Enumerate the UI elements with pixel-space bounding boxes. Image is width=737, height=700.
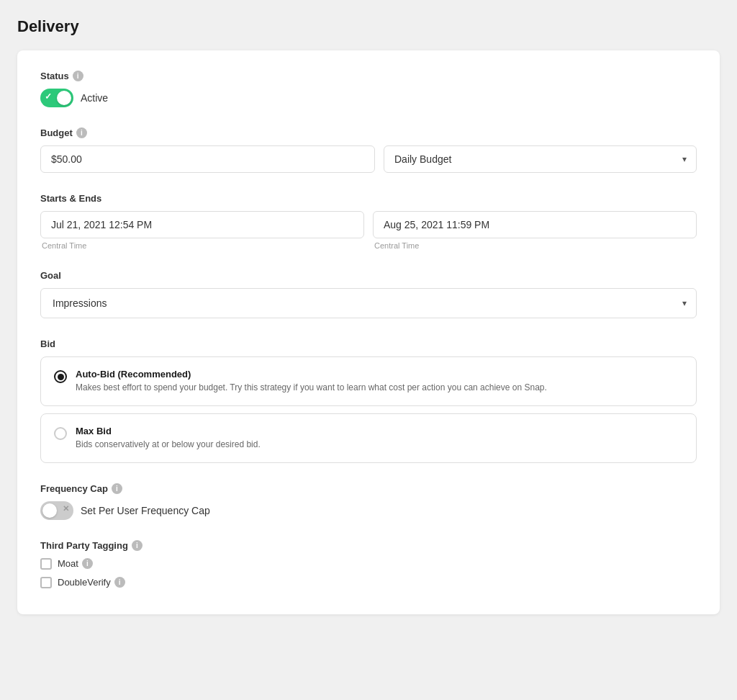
status-toggle-label: Active bbox=[81, 92, 108, 104]
goal-label: Goal bbox=[40, 270, 697, 281]
doubleverify-checkbox-row[interactable]: DoubleVerify i bbox=[40, 577, 697, 588]
goal-select[interactable]: Impressions Swipe Ups Conversions App In… bbox=[40, 288, 697, 318]
bid-auto-radio[interactable] bbox=[54, 370, 67, 383]
delivery-card: Status i Active Budget i Daily Budget Li… bbox=[17, 50, 720, 614]
bid-section: Bid Auto-Bid (Recommended) Makes best ef… bbox=[40, 338, 697, 463]
bid-option-auto[interactable]: Auto-Bid (Recommended) Makes best effort… bbox=[40, 356, 697, 406]
moat-label: Moat i bbox=[58, 558, 93, 569]
bid-max-desc: Bids conservatively at or below your des… bbox=[76, 439, 683, 451]
doubleverify-checkbox[interactable] bbox=[40, 577, 52, 588]
status-info-icon[interactable]: i bbox=[73, 71, 83, 81]
budget-type-select[interactable]: Daily Budget Lifetime Budget bbox=[384, 145, 697, 173]
end-date-group: Central Time bbox=[373, 211, 697, 250]
starts-ends-label: Starts & Ends bbox=[40, 193, 697, 204]
status-toggle[interactable] bbox=[40, 89, 73, 107]
end-date-input[interactable] bbox=[373, 211, 697, 238]
end-timezone-label: Central Time bbox=[373, 241, 697, 250]
third-party-tagging-label: Third Party Tagging i bbox=[40, 540, 697, 551]
starts-ends-section: Starts & Ends Central Time Central Time bbox=[40, 193, 697, 250]
doubleverify-label: DoubleVerify i bbox=[58, 577, 125, 588]
moat-info-icon[interactable]: i bbox=[82, 558, 93, 569]
budget-section: Budget i Daily Budget Lifetime Budget ▾ bbox=[40, 127, 697, 173]
start-timezone-label: Central Time bbox=[40, 241, 364, 250]
date-row: Central Time Central Time bbox=[40, 211, 697, 250]
budget-type-wrapper: Daily Budget Lifetime Budget ▾ bbox=[384, 145, 697, 173]
status-label: Status i bbox=[40, 71, 697, 81]
third-party-tagging-section: Third Party Tagging i Moat i DoubleVerif… bbox=[40, 540, 697, 588]
status-section: Status i Active bbox=[40, 71, 697, 107]
frequency-cap-label: Frequency Cap i bbox=[40, 483, 697, 494]
frequency-cap-info-icon[interactable]: i bbox=[112, 483, 122, 494]
start-date-input[interactable] bbox=[40, 211, 364, 238]
page-title: Delivery bbox=[17, 17, 720, 36]
status-toggle-row: Active bbox=[40, 89, 697, 107]
bid-max-text: Max Bid Bids conservatively at or below … bbox=[76, 426, 683, 451]
moat-checkbox-row[interactable]: Moat i bbox=[40, 558, 697, 570]
frequency-cap-toggle-label: Set Per User Frequency Cap bbox=[81, 505, 210, 516]
frequency-cap-toggle-slider bbox=[40, 501, 73, 520]
budget-amount-input[interactable] bbox=[40, 145, 375, 173]
budget-row: Daily Budget Lifetime Budget ▾ bbox=[40, 145, 697, 173]
frequency-cap-section: Frequency Cap i Set Per User Frequency C… bbox=[40, 483, 697, 520]
moat-checkbox[interactable] bbox=[40, 558, 52, 570]
start-date-group: Central Time bbox=[40, 211, 364, 250]
goal-select-wrapper: Impressions Swipe Ups Conversions App In… bbox=[40, 288, 697, 318]
doubleverify-info-icon[interactable]: i bbox=[114, 577, 125, 588]
bid-label: Bid bbox=[40, 338, 697, 349]
goal-section: Goal Impressions Swipe Ups Conversions A… bbox=[40, 270, 697, 318]
bid-max-title: Max Bid bbox=[76, 426, 683, 436]
frequency-cap-toggle-row: Set Per User Frequency Cap bbox=[40, 501, 697, 520]
budget-label: Budget i bbox=[40, 127, 697, 138]
bid-auto-text: Auto-Bid (Recommended) Makes best effort… bbox=[76, 369, 683, 394]
bid-auto-title: Auto-Bid (Recommended) bbox=[76, 369, 683, 380]
third-party-tagging-info-icon[interactable]: i bbox=[132, 540, 143, 551]
status-toggle-slider bbox=[40, 89, 73, 107]
bid-max-radio[interactable] bbox=[54, 427, 67, 440]
bid-option-max[interactable]: Max Bid Bids conservatively at or below … bbox=[40, 413, 697, 463]
bid-auto-desc: Makes best effort to spend your budget. … bbox=[76, 382, 683, 394]
frequency-cap-toggle[interactable] bbox=[40, 501, 73, 520]
budget-info-icon[interactable]: i bbox=[76, 127, 87, 138]
